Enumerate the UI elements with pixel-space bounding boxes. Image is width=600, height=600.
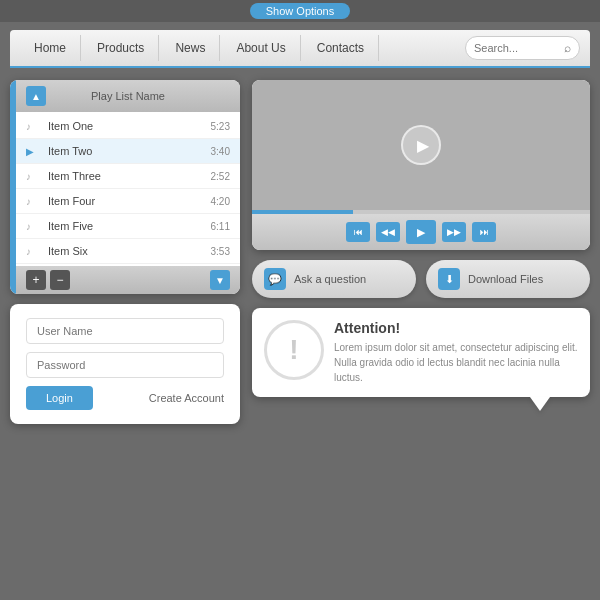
playlist-item-name-1: Item One — [48, 120, 203, 132]
search-bar[interactable]: ⌕ — [465, 36, 580, 60]
video-play-pause-button[interactable]: ▶ — [406, 220, 436, 244]
playlist-add-button[interactable]: + — [26, 270, 46, 290]
playlist-title: Play List Name — [91, 90, 165, 102]
nav-item-contacts[interactable]: Contacts — [303, 35, 379, 61]
playlist-item-2[interactable]: ▶ Item Two 3:40 — [16, 139, 240, 164]
video-play-button[interactable] — [401, 125, 441, 165]
playlist-item-time-1: 5:23 — [211, 121, 230, 132]
attention-box: Attention! Lorem ipsum dolor sit amet, c… — [252, 308, 590, 397]
video-screen — [252, 80, 590, 210]
left-column: ▲ Play List Name ♪ Item One 5:23 ▶ Item … — [10, 80, 240, 424]
nav-item-home[interactable]: Home — [20, 35, 81, 61]
music-icon-5: ♪ — [26, 221, 40, 232]
playlist-item-1[interactable]: ♪ Item One 5:23 — [16, 114, 240, 139]
login-button[interactable]: Login — [26, 386, 93, 410]
video-rewind-button[interactable]: ◀◀ — [376, 222, 400, 242]
music-icon-1: ♪ — [26, 121, 40, 132]
login-actions: Login Create Account — [26, 386, 224, 410]
video-controls: ⏮ ◀◀ ▶ ▶▶ ⏭ — [252, 214, 590, 250]
playlist-item-name-5: Item Five — [48, 220, 203, 232]
playlist-item-6[interactable]: ♪ Item Six 3:53 — [16, 239, 240, 264]
right-column: ⏮ ◀◀ ▶ ▶▶ ⏭ 💬 Ask a question ⬇ Download … — [252, 80, 590, 424]
nav-item-news[interactable]: News — [161, 35, 220, 61]
video-progress-bar[interactable] — [252, 210, 590, 214]
music-icon-3: ♪ — [26, 171, 40, 182]
music-icon-6: ♪ — [26, 246, 40, 257]
playlist-item-name-4: Item Four — [48, 195, 203, 207]
ask-question-label: Ask a question — [294, 273, 366, 285]
username-field[interactable] — [26, 318, 224, 344]
music-icon-4: ♪ — [26, 196, 40, 207]
video-skip-forward-button[interactable]: ⏭ — [472, 222, 496, 242]
login-widget: Login Create Account — [10, 304, 240, 424]
play-icon-2: ▶ — [26, 146, 40, 157]
top-bar: Show Options — [0, 0, 600, 22]
search-input[interactable] — [474, 42, 564, 54]
video-progress-fill — [252, 210, 353, 214]
playlist-down-button[interactable]: ▼ — [210, 270, 230, 290]
navigation-bar: Home Products News About Us Contacts ⌕ — [10, 30, 590, 68]
attention-body: Lorem ipsum dolor sit amet, consectetur … — [334, 340, 578, 385]
ask-icon: 💬 — [264, 268, 286, 290]
password-field[interactable] — [26, 352, 224, 378]
playlist-item-time-4: 4:20 — [211, 196, 230, 207]
playlist-accent — [10, 80, 16, 294]
attention-text: Attention! Lorem ipsum dolor sit amet, c… — [334, 320, 578, 385]
main-content: ▲ Play List Name ♪ Item One 5:23 ▶ Item … — [0, 70, 600, 424]
create-account-link[interactable]: Create Account — [149, 392, 224, 404]
speech-tail — [530, 397, 550, 411]
video-player: ⏮ ◀◀ ▶ ▶▶ ⏭ — [252, 80, 590, 250]
playlist-up-button[interactable]: ▲ — [26, 86, 46, 106]
show-options-button[interactable]: Show Options — [250, 3, 350, 19]
playlist-item-time-6: 3:53 — [211, 246, 230, 257]
playlist-footer-buttons: + − — [26, 270, 70, 290]
playlist-item-time-2: 3:40 — [211, 146, 230, 157]
nav-item-about[interactable]: About Us — [222, 35, 300, 61]
playlist-item-3[interactable]: ♪ Item Three 2:52 — [16, 164, 240, 189]
playlist-inner: ▲ Play List Name ♪ Item One 5:23 ▶ Item … — [16, 80, 240, 294]
action-buttons: 💬 Ask a question ⬇ Download Files — [252, 260, 590, 298]
attention-icon — [264, 320, 324, 380]
download-icon: ⬇ — [438, 268, 460, 290]
playlist-header: ▲ Play List Name — [16, 80, 240, 112]
attention-title: Attention! — [334, 320, 578, 336]
download-files-button[interactable]: ⬇ Download Files — [426, 260, 590, 298]
nav-item-products[interactable]: Products — [83, 35, 159, 61]
password-input[interactable] — [26, 352, 224, 378]
nav-items: Home Products News About Us Contacts — [20, 35, 465, 61]
video-skip-back-button[interactable]: ⏮ — [346, 222, 370, 242]
username-input[interactable] — [26, 318, 224, 344]
playlist-item-4[interactable]: ♪ Item Four 4:20 — [16, 189, 240, 214]
playlist-item-time-5: 6:11 — [211, 221, 230, 232]
playlist-remove-button[interactable]: − — [50, 270, 70, 290]
playlist-item-time-3: 2:52 — [211, 171, 230, 182]
video-fast-forward-button[interactable]: ▶▶ — [442, 222, 466, 242]
playlist-item-5[interactable]: ♪ Item Five 6:11 — [16, 214, 240, 239]
playlist-widget: ▲ Play List Name ♪ Item One 5:23 ▶ Item … — [10, 80, 240, 294]
playlist-items: ♪ Item One 5:23 ▶ Item Two 3:40 ♪ Item T… — [16, 112, 240, 266]
download-files-label: Download Files — [468, 273, 543, 285]
ask-question-button[interactable]: 💬 Ask a question — [252, 260, 416, 298]
search-icon: ⌕ — [564, 41, 571, 55]
playlist-footer: + − ▼ — [16, 266, 240, 294]
playlist-item-name-2: Item Two — [48, 145, 203, 157]
playlist-item-name-6: Item Six — [48, 245, 203, 257]
playlist-item-name-3: Item Three — [48, 170, 203, 182]
